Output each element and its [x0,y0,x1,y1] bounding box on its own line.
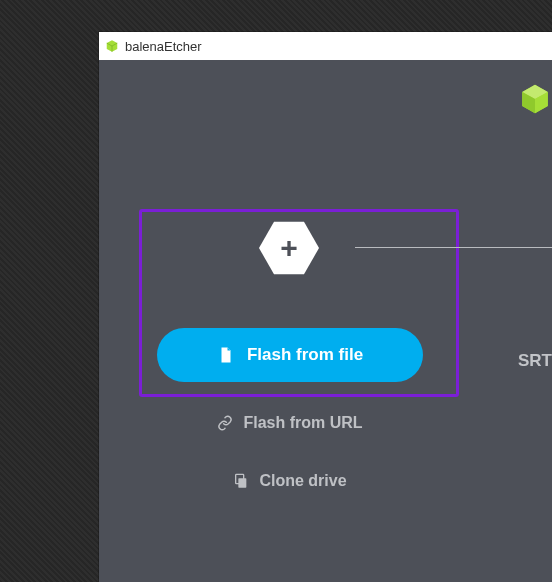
copy-icon [233,473,249,489]
app-body: + Flash from file [99,60,552,582]
file-icon [217,346,235,364]
step-2-label-partial: SRT [518,351,552,371]
clone-drive-label: Clone drive [259,472,346,490]
step-connector-line [355,247,552,248]
flash-from-url-button[interactable]: Flash from URL [157,408,423,438]
link-icon [217,415,233,431]
cube-icon [518,82,552,116]
app-window: balenaEtcher + [99,32,552,582]
source-hexagon: + [259,220,319,276]
plus-icon: + [280,233,298,263]
flash-from-file-button[interactable]: Flash from file [157,328,423,382]
cube-icon [105,39,119,53]
clone-drive-button[interactable]: Clone drive [157,466,423,496]
window-title: balenaEtcher [125,39,202,54]
desktop-background: balenaEtcher + [0,0,552,582]
step-1-area: + Flash from file [129,220,552,496]
titlebar[interactable]: balenaEtcher [99,32,552,60]
flash-from-file-label: Flash from file [247,345,363,365]
hexagon-shape: + [259,220,319,276]
flash-from-url-label: Flash from URL [243,414,362,432]
